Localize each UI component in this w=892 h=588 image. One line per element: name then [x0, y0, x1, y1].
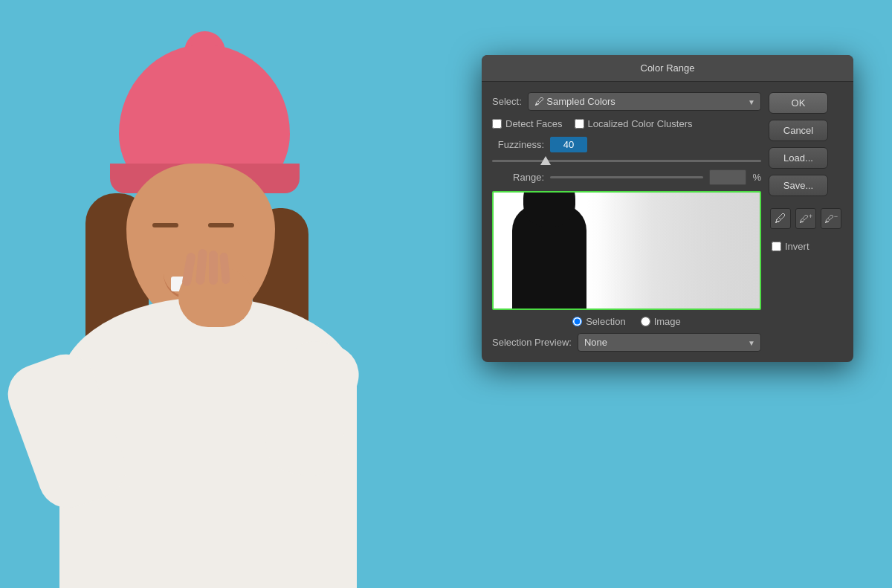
- fuzziness-input[interactable]: [550, 137, 587, 152]
- eyedropper-icon: 🖊: [775, 212, 786, 225]
- selection-preview-dropdown[interactable]: None Grayscale Black Matte White Matte Q…: [578, 333, 761, 352]
- selection-preview-wrapper: None Grayscale Black Matte White Matte Q…: [578, 333, 761, 352]
- localized-checkbox-item[interactable]: Localized Color Clusters: [575, 118, 693, 129]
- fuzziness-slider-track: [492, 160, 761, 162]
- select-wrapper: 🖊 Sampled Colors Reds Yellows Greens Cya…: [528, 92, 761, 111]
- detect-faces-checkbox-item[interactable]: Detect Faces: [492, 118, 563, 129]
- cancel-button[interactable]: Cancel: [769, 120, 828, 141]
- invert-row: Invert: [769, 241, 843, 252]
- dialog-title: Color Range: [482, 55, 853, 82]
- eyedropper-add-icon: 🖊+: [799, 213, 812, 224]
- selection-radio[interactable]: [572, 317, 582, 326]
- color-range-dialog: Color Range Select: 🖊 Sampled Colors Red…: [482, 55, 853, 362]
- preview-container: [492, 191, 761, 310]
- load-button[interactable]: Load...: [769, 147, 828, 169]
- left-eye: [152, 223, 178, 227]
- photo-background: [0, 0, 461, 588]
- invert-checkbox[interactable]: [772, 242, 781, 251]
- selection-label: Selection: [586, 316, 625, 327]
- selection-preview-row: Selection Preview: None Grayscale Black …: [492, 333, 761, 352]
- fuzziness-label: Fuzziness:: [492, 139, 544, 150]
- detect-faces-checkbox[interactable]: [492, 119, 502, 129]
- checkbox-row: Detect Faces Localized Color Clusters: [492, 118, 761, 129]
- invert-label: Invert: [785, 241, 809, 252]
- fuzziness-row: Fuzziness:: [492, 137, 761, 152]
- fuzziness-slider-container: [492, 157, 761, 169]
- detect-faces-label: Detect Faces: [505, 118, 563, 129]
- eyedropper-sample-button[interactable]: 🖊: [770, 208, 791, 229]
- range-row: Range: %: [492, 169, 761, 185]
- dialog-right-panel: OK Cancel Load... Save... 🖊 🖊+ 🖊− Invert: [769, 92, 843, 352]
- eyedropper-add-button[interactable]: 🖊+: [795, 208, 816, 229]
- image-radio[interactable]: [641, 317, 650, 326]
- finger3: [209, 251, 218, 285]
- eyedropper-subtract-icon: 🖊−: [824, 213, 838, 224]
- title-text: Color Range: [641, 62, 695, 74]
- fuzziness-slider-thumb[interactable]: [540, 156, 551, 165]
- image-label: Image: [654, 316, 681, 327]
- save-button[interactable]: Save...: [769, 175, 828, 196]
- percent-label: %: [752, 172, 761, 183]
- range-label: Range:: [492, 172, 544, 183]
- ok-button[interactable]: OK: [769, 92, 828, 114]
- localized-label: Localized Color Clusters: [588, 118, 693, 129]
- image-radio-item[interactable]: Image: [641, 316, 681, 327]
- select-label: Select:: [492, 96, 522, 107]
- select-dropdown[interactable]: 🖊 Sampled Colors Reds Yellows Greens Cya…: [528, 92, 761, 111]
- localized-color-checkbox[interactable]: [575, 119, 584, 129]
- preview-gradient: [494, 193, 760, 308]
- select-row: Select: 🖊 Sampled Colors Reds Yellows Gr…: [492, 92, 761, 111]
- radio-row: Selection Image: [492, 316, 761, 327]
- dialog-left-panel: Select: 🖊 Sampled Colors Reds Yellows Gr…: [492, 92, 761, 352]
- eyedropper-subtract-button[interactable]: 🖊−: [821, 208, 841, 229]
- eyedropper-row: 🖊 🖊+ 🖊−: [769, 208, 843, 229]
- range-slider-track: [550, 176, 703, 178]
- selection-radio-item[interactable]: Selection: [572, 316, 625, 327]
- range-input[interactable]: [709, 169, 746, 185]
- right-eye: [208, 223, 234, 227]
- selection-preview-label: Selection Preview:: [492, 337, 572, 348]
